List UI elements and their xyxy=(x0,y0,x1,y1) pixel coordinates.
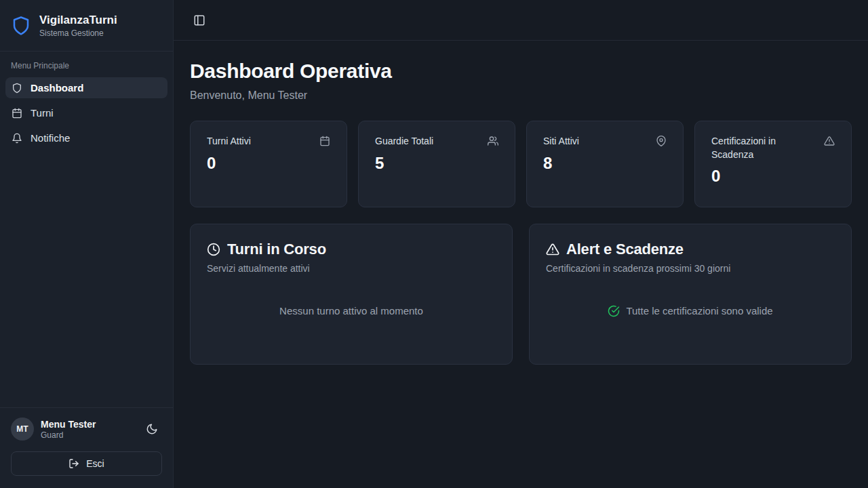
alert-triangle-icon xyxy=(824,136,835,146)
panel-title: Turni in Corso xyxy=(227,241,326,258)
panel-title: Alert e Scadenze xyxy=(566,241,684,258)
panel-subtitle: Servizi attualmente attivi xyxy=(207,263,496,274)
moon-icon xyxy=(146,423,158,435)
stat-card-siti-attivi: Siti Attivi 8 xyxy=(526,121,684,207)
topbar xyxy=(174,0,868,41)
map-pin-icon xyxy=(656,136,667,146)
calendar-icon xyxy=(319,136,330,146)
panel-subtitle: Certificazioni in scadenza prossimi 30 g… xyxy=(546,263,835,274)
main-area: Dashboard Operativa Benvenuto, Menu Test… xyxy=(174,0,868,488)
stat-label: Siti Attivi xyxy=(543,135,579,148)
stat-card-guardie-totali: Guardie Totali 5 xyxy=(358,121,515,207)
page-title: Dashboard Operativa xyxy=(190,60,852,83)
users-icon xyxy=(488,136,498,146)
nav-section-label: Menu Principale xyxy=(5,61,167,70)
user-role: Guard xyxy=(41,430,96,440)
panel-left-icon xyxy=(193,14,205,26)
check-circle-icon xyxy=(608,305,620,317)
panel-alert-scadenze: Alert e Scadenze Certificazioni in scade… xyxy=(529,224,852,365)
stat-value: 0 xyxy=(207,154,330,173)
avatar: MT xyxy=(11,418,34,441)
logout-button[interactable]: Esci xyxy=(11,451,162,476)
shield-icon xyxy=(12,83,22,94)
sidebar-toggle-button[interactable] xyxy=(190,11,209,30)
stat-value: 0 xyxy=(711,167,835,186)
stat-value: 5 xyxy=(375,154,498,173)
stat-label: Turni Attivi xyxy=(207,135,251,148)
alert-triangle-icon xyxy=(546,243,559,256)
stat-label: Certificazioni in Scadenza xyxy=(711,135,813,161)
empty-state-message: Tutte le certificazioni sono valide xyxy=(626,305,772,317)
stat-card-certificazioni: Certificazioni in Scadenza 0 xyxy=(694,121,852,207)
theme-toggle-button[interactable] xyxy=(142,419,162,439)
sidebar-item-dashboard[interactable]: Dashboard xyxy=(5,77,167,98)
bell-icon xyxy=(12,133,22,144)
sidebar-item-notifiche[interactable]: Notifiche xyxy=(5,127,167,148)
sidebar-item-label: Notifiche xyxy=(31,132,70,144)
panel-turni-in-corso: Turni in Corso Servizi attualmente attiv… xyxy=(190,224,513,365)
main-nav: Menu Principale Dashboard Turni Notifich… xyxy=(0,52,173,158)
stat-label: Guardie Totali xyxy=(375,135,433,148)
empty-state-message: Nessun turno attivo al momento xyxy=(279,305,423,317)
content: Dashboard Operativa Benvenuto, Menu Test… xyxy=(174,41,868,381)
user-section: MT Menu Tester Guard Esci xyxy=(0,407,173,488)
page-subtitle: Benvenuto, Menu Tester xyxy=(190,89,852,102)
logout-icon xyxy=(68,458,79,469)
sidebar-item-turni[interactable]: Turni xyxy=(5,102,167,123)
logout-label: Esci xyxy=(86,458,104,469)
stat-card-turni-attivi: Turni Attivi 0 xyxy=(190,121,347,207)
clock-icon xyxy=(207,243,220,256)
panels-grid: Turni in Corso Servizi attualmente attiv… xyxy=(190,224,852,365)
sidebar-item-label: Dashboard xyxy=(31,82,83,94)
stats-grid: Turni Attivi 0 Guardie Totali 5 xyxy=(190,121,852,207)
stat-value: 8 xyxy=(543,154,667,173)
app-subtitle: Sistema Gestione xyxy=(39,28,117,38)
app-title: VigilanzaTurni xyxy=(39,13,117,27)
shield-logo-icon xyxy=(11,16,31,36)
app-brand: VigilanzaTurni Sistema Gestione xyxy=(0,0,173,52)
user-name: Menu Tester xyxy=(41,418,96,430)
sidebar-spacer xyxy=(0,158,173,407)
calendar-icon xyxy=(12,108,22,119)
sidebar-item-label: Turni xyxy=(31,107,54,119)
sidebar: VigilanzaTurni Sistema Gestione Menu Pri… xyxy=(0,0,174,488)
